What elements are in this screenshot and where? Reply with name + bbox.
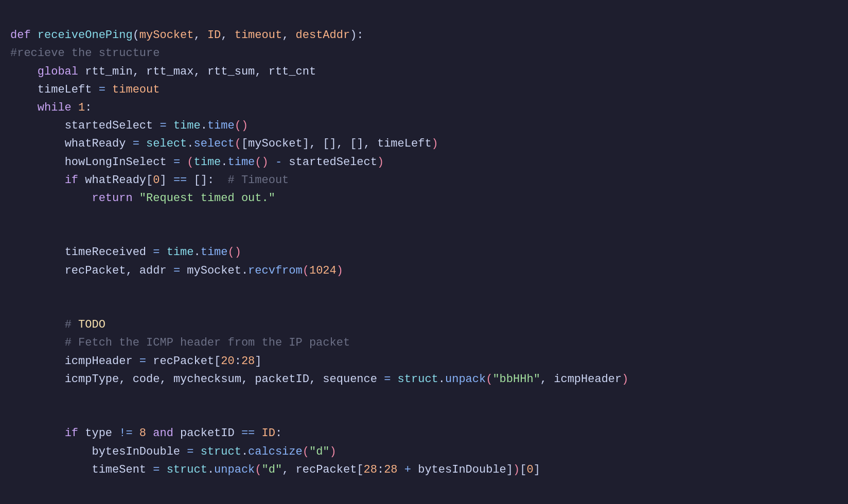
line-13: recPacket, addr = mySocket.recvfrom(1024… [10,264,343,277]
line-20: if type != 8 and packetID == ID: [10,427,282,440]
code-editor: def receiveOnePing(mySocket, ID, timeout… [10,8,838,479]
line-10: return "Request timed out." [10,192,275,205]
line-6: startedSelect = time.time() [10,119,248,132]
line-12: timeReceived = time.time() [10,246,241,259]
line-4: timeLeft = timeout [10,83,160,96]
line-2: #recieve the structure [10,47,160,60]
line-15: # TODO [10,318,105,331]
line-3: global rtt_min, rtt_max, rtt_sum, rtt_cn… [10,65,316,78]
line-22: timeSent = struct.unpack("d", recPacket[… [10,463,540,476]
line-1: def receiveOnePing(mySocket, ID, timeout… [10,29,364,42]
line-7: whatReady = select.select([mySocket], []… [10,137,438,150]
line-9: if whatReady[0] == []: # Timeout [10,174,289,187]
line-16: # Fetch the ICMP header from the IP pack… [10,336,350,349]
line-5: while 1: [10,101,92,114]
line-18: icmpType, code, mychecksum, packetID, se… [10,373,628,386]
line-8: howLongInSelect = (time.time() - started… [10,156,384,169]
line-21: bytesInDouble = struct.calcsize("d") [10,445,337,458]
line-17: icmpHeader = recPacket[20:28] [10,355,262,368]
